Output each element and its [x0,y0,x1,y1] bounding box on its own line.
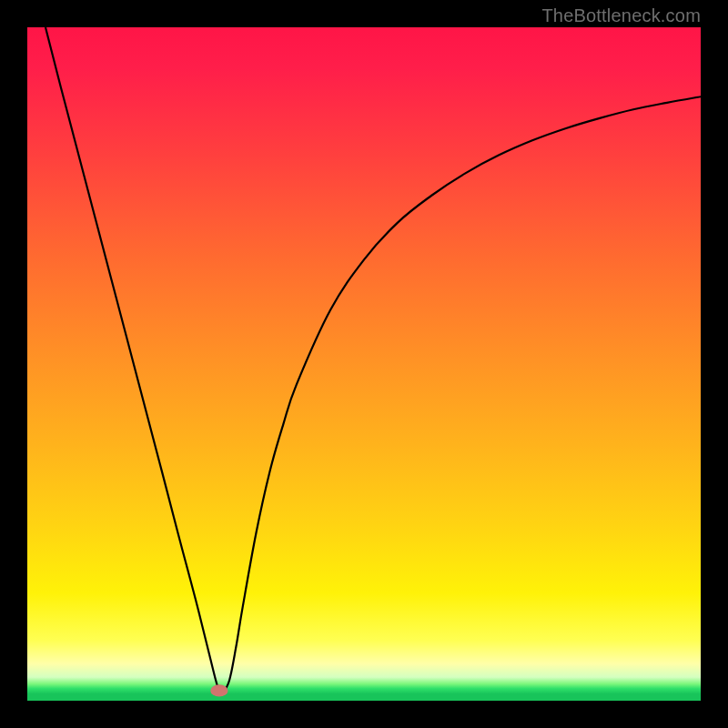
chart-frame: TheBottleneck.com [0,0,728,728]
plot-area [27,27,701,701]
chart-svg [27,27,701,701]
optimal-point-marker [210,684,228,696]
watermark-text: TheBottleneck.com [541,5,701,26]
bottleneck-curve [46,27,701,693]
